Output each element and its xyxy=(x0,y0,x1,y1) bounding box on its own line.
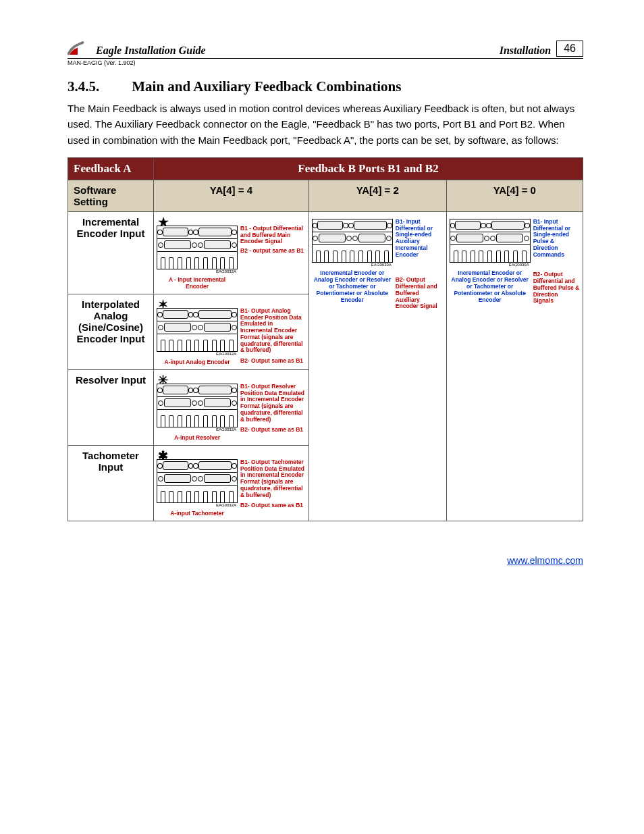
footer: www.elmomc.com xyxy=(68,555,583,566)
section-number: 3.4.5. xyxy=(68,78,128,95)
diagram-resolver-ya4: ✳ EAG0032A A-input Resolver B1- Output R… xyxy=(154,369,309,445)
a-input-label: A-input Resolver xyxy=(157,434,238,441)
manual-code: MAN-EAGIG (Ver. 1.902) xyxy=(68,59,583,66)
row-label-incremental: Incremental Encoder Input xyxy=(68,211,154,294)
row-label-analog: Interpolated Analog (Sine/Cosine) Encode… xyxy=(68,294,154,369)
footer-link[interactable]: www.elmomc.com xyxy=(507,555,583,566)
connector-diagram-icon xyxy=(157,226,238,269)
b-labels: B1- Output Resolver Position Data Emulat… xyxy=(240,384,306,441)
feedback-combination-table: Feedback A Feedback B Ports B1 and B2 So… xyxy=(68,157,583,521)
doc-title: Eagle Installation Guide xyxy=(96,45,500,57)
col-ya4-2: YA[4] = 2 xyxy=(308,180,446,211)
a-input-label: Incremental Encoder or Analog Encoder or… xyxy=(312,269,393,303)
section-name: Installation xyxy=(500,45,551,57)
a-input-label: A - input Incremental Encoder xyxy=(157,276,238,290)
connector-diagram-icon xyxy=(157,308,238,352)
software-setting-label: Software Setting xyxy=(68,180,154,211)
brand-logo-icon xyxy=(68,41,92,57)
connector-diagram-icon xyxy=(157,459,238,503)
diagram-analog-ya4: ✶ EAG0032A A-input Analog Encoder B1- Ou… xyxy=(154,294,309,369)
b-labels: B1 - Output Differential and Buffered Ma… xyxy=(240,226,306,290)
diagram-ya0: EAG0030A Incremental Encoder or Analog E… xyxy=(446,211,583,521)
page-number: 46 xyxy=(556,41,583,57)
b-labels: B1- Output Tachometer Position Data Emul… xyxy=(240,459,306,517)
head-feedback-b: Feedback B Ports B1 and B2 xyxy=(154,157,583,180)
intro-paragraph: The Main Feedback is always used in moti… xyxy=(68,101,583,148)
page-header: Eagle Installation Guide Installation 46 xyxy=(68,41,583,59)
row-label-tachometer: Tachometer Input xyxy=(68,445,154,521)
section-title: Main and Auxiliary Feedback Combinations xyxy=(132,78,401,95)
head-feedback-a: Feedback A xyxy=(68,157,154,180)
table-header-row: Feedback A Feedback B Ports B1 and B2 xyxy=(68,157,583,180)
connector-diagram-icon xyxy=(312,219,393,263)
diagram-ya2: EAG0033A Incremental Encoder or Analog E… xyxy=(308,211,446,521)
table-subheader-row: Software Setting YA[4] = 4 YA[4] = 2 YA[… xyxy=(68,180,583,211)
col-ya4-4: YA[4] = 4 xyxy=(154,180,309,211)
col-ya4-0: YA[4] = 0 xyxy=(446,180,583,211)
b-labels: B1- Input Differential or Single-ended A… xyxy=(396,219,444,310)
row-label-resolver: Resolver Input xyxy=(68,369,154,445)
connector-diagram-icon xyxy=(450,219,531,263)
b-labels: B1- Output Analog Encoder Position Data … xyxy=(240,308,306,365)
diagram-inc-ya4: ★ EAG0032A A - input Incremental Encoder… xyxy=(154,211,309,294)
a-input-label: Incremental Encoder or Analog Encoder or… xyxy=(450,269,531,303)
b-labels: B1- Input Differential or Single-ended P… xyxy=(533,219,580,305)
a-input-label: A-input Analog Encoder xyxy=(157,359,238,365)
table-row: Incremental Encoder Input ★ EAG0032A A -… xyxy=(68,211,583,294)
section-heading: 3.4.5. Main and Auxiliary Feedback Combi… xyxy=(68,78,583,95)
a-input-label: A-input Tachometer xyxy=(157,510,238,517)
connector-diagram-icon xyxy=(157,384,238,427)
diagram-tach-ya4: ✱ EAG0032A A-input Tachometer B1- Output… xyxy=(154,445,309,521)
